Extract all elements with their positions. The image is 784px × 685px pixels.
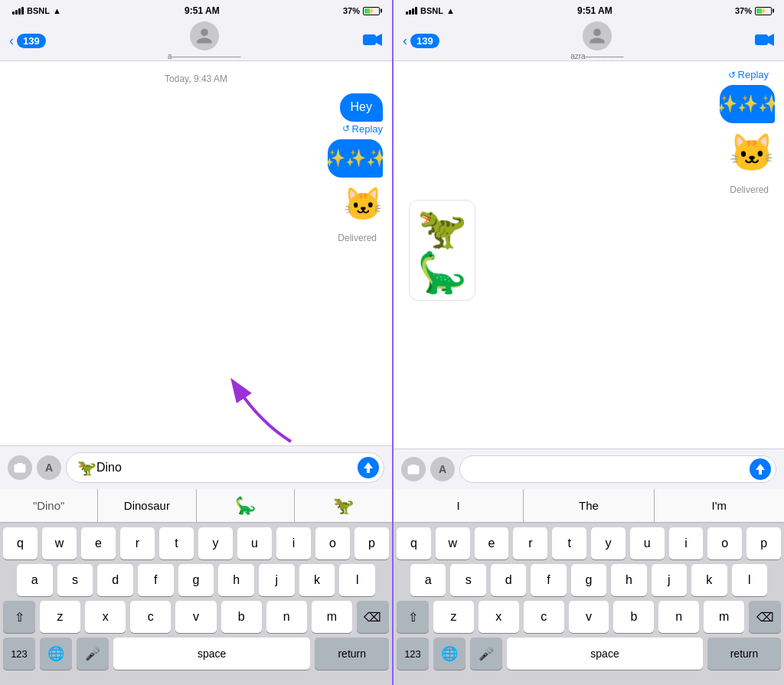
left-auto-sauropod[interactable]: 🦕 — [197, 489, 295, 522]
left-key-u[interactable]: u — [237, 527, 272, 559]
left-replay-link[interactable]: ↺ Replay — [342, 123, 383, 135]
left-text-input-wrapper[interactable]: 🦖 Dino — [66, 452, 384, 483]
left-key-row-3: ⇧ z x c v b n m ⌫ — [0, 596, 392, 633]
left-key-d[interactable]: d — [97, 564, 133, 596]
left-apps-button[interactable]: A — [37, 455, 61, 480]
right-camera-icon — [407, 465, 420, 475]
left-key-j[interactable]: j — [259, 564, 295, 596]
right-key-o[interactable]: o — [707, 527, 742, 559]
left-key-y[interactable]: y — [198, 527, 233, 559]
right-key-i[interactable]: i — [669, 527, 704, 559]
left-key-h[interactable]: h — [218, 564, 254, 596]
right-nav-center: azra――――― — [570, 21, 623, 60]
left-input-text[interactable]: Dino — [96, 461, 122, 475]
right-camera-button[interactable] — [401, 457, 426, 481]
right-key-space[interactable]: space — [507, 638, 703, 670]
right-text-input-wrapper[interactable] — [459, 455, 776, 483]
right-key-return[interactable]: return — [707, 638, 781, 670]
right-apps-button[interactable]: A — [430, 457, 455, 481]
right-key-y[interactable]: y — [591, 527, 626, 559]
right-key-r[interactable]: r — [513, 527, 547, 559]
video-icon — [363, 33, 383, 47]
left-key-return[interactable]: return — [315, 638, 389, 670]
right-key-shift[interactable]: ⇧ — [397, 601, 429, 633]
right-key-t[interactable]: t — [552, 527, 586, 559]
right-back-button[interactable]: ‹ 139 — [403, 33, 439, 49]
left-key-z[interactable]: z — [40, 601, 80, 633]
right-key-j[interactable]: j — [652, 564, 687, 596]
left-key-v[interactable]: v — [175, 601, 216, 633]
left-key-p[interactable]: p — [354, 527, 389, 559]
left-key-w[interactable]: w — [42, 527, 77, 559]
right-key-backspace[interactable]: ⌫ — [749, 601, 781, 633]
left-contact-name: a――――――――― — [168, 52, 241, 60]
right-key-h[interactable]: h — [611, 564, 646, 596]
right-replay-icon: ↺ — [728, 70, 736, 80]
left-key-e[interactable]: e — [81, 527, 116, 559]
left-key-row-1: q w e r t y u i o p — [0, 523, 392, 559]
left-key-t[interactable]: t — [159, 527, 194, 559]
right-key-mic[interactable]: 🎤 — [470, 638, 502, 670]
left-auto-dinosaur[interactable]: Dinosaur — [98, 489, 196, 522]
left-back-button[interactable]: ‹ 139 — [9, 33, 46, 49]
left-key-x[interactable]: x — [85, 601, 126, 633]
left-key-num[interactable]: 123 — [3, 638, 35, 670]
right-key-b[interactable]: b — [613, 601, 654, 633]
right-send-button[interactable] — [750, 458, 771, 480]
right-auto-the[interactable]: The — [524, 489, 654, 522]
left-key-a[interactable]: a — [17, 564, 53, 596]
left-key-backspace[interactable]: ⌫ — [357, 601, 389, 633]
left-camera-button[interactable] — [8, 455, 32, 480]
person-icon — [195, 27, 214, 45]
left-key-c[interactable]: c — [130, 601, 171, 633]
right-back-badge[interactable]: 139 — [410, 34, 439, 48]
right-key-globe[interactable]: 🌐 — [433, 638, 466, 670]
right-key-w[interactable]: w — [436, 527, 470, 559]
right-key-f[interactable]: f — [531, 564, 566, 596]
right-key-z[interactable]: z — [433, 601, 474, 633]
left-key-f[interactable]: f — [138, 564, 174, 596]
left-key-r[interactable]: r — [120, 527, 155, 559]
right-video-button[interactable] — [755, 31, 775, 51]
left-key-q[interactable]: q — [3, 527, 38, 559]
right-key-l[interactable]: l — [732, 564, 767, 596]
left-key-l[interactable]: l — [339, 564, 375, 596]
left-send-button[interactable] — [358, 457, 379, 478]
right-key-s[interactable]: s — [450, 564, 485, 596]
right-key-p[interactable]: p — [746, 527, 781, 559]
left-key-n[interactable]: n — [266, 601, 307, 633]
right-auto-i[interactable]: I — [394, 489, 524, 522]
right-key-k[interactable]: k — [691, 564, 727, 596]
left-key-b[interactable]: b — [221, 601, 262, 633]
left-autocomplete-bar: "Dino" Dinosaur 🦕 🦖 — [0, 489, 392, 523]
left-key-mic[interactable]: 🎤 — [77, 638, 109, 670]
right-auto-im[interactable]: I'm — [655, 489, 784, 522]
right-key-u[interactable]: u — [630, 527, 665, 559]
left-auto-dino-quoted[interactable]: "Dino" — [0, 489, 98, 522]
right-sparkle-bubble: ✨✨✨ — [720, 85, 775, 123]
right-key-q[interactable]: q — [397, 527, 431, 559]
right-key-a[interactable]: a — [410, 564, 446, 596]
right-key-e[interactable]: e — [475, 527, 509, 559]
right-key-m[interactable]: m — [704, 601, 744, 633]
left-key-globe[interactable]: 🌐 — [40, 638, 72, 670]
right-key-d[interactable]: d — [491, 564, 526, 596]
left-video-button[interactable] — [363, 31, 383, 51]
left-key-shift[interactable]: ⇧ — [3, 601, 35, 633]
left-key-i[interactable]: i — [276, 527, 311, 559]
left-key-space[interactable]: space — [113, 638, 310, 670]
left-key-g[interactable]: g — [178, 564, 214, 596]
right-key-num[interactable]: 123 — [397, 638, 429, 670]
left-key-k[interactable]: k — [299, 564, 335, 596]
left-auto-trex[interactable]: 🦖 — [295, 489, 392, 522]
left-key-s[interactable]: s — [57, 564, 93, 596]
right-key-x[interactable]: x — [479, 601, 519, 633]
right-key-v[interactable]: v — [569, 601, 609, 633]
left-back-badge[interactable]: 139 — [17, 34, 46, 48]
left-key-m[interactable]: m — [312, 601, 352, 633]
right-key-n[interactable]: n — [658, 601, 699, 633]
right-key-c[interactable]: c — [524, 601, 564, 633]
left-key-o[interactable]: o — [315, 527, 350, 559]
right-key-g[interactable]: g — [571, 564, 606, 596]
right-replay-link[interactable]: ↺ Replay — [728, 69, 769, 80]
